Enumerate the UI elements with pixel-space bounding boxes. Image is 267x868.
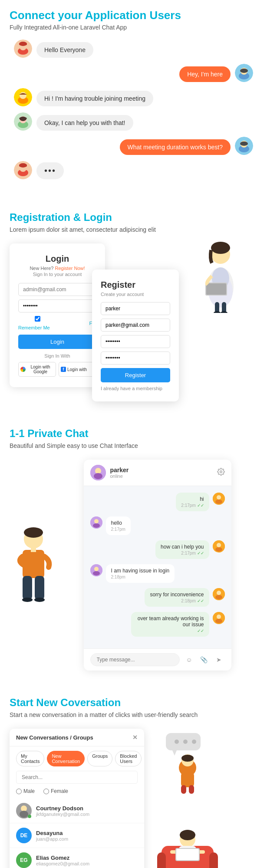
svg-point-54 [217,543,221,547]
new-conversation-section: Start New Coversation Start a new conver… [0,684,267,868]
svg-point-64 [215,619,222,623]
svg-rect-81 [189,785,194,794]
register-button[interactable]: Register [101,368,170,382]
avatar-yellow-lady [14,88,32,106]
email-input[interactable] [18,283,96,296]
tab-my-contacts[interactable]: My Contacts [16,751,44,766]
svg-point-36 [24,527,43,538]
chat-header-status: online [110,473,129,479]
login-new-here: New Here? Register Now! [18,266,96,271]
register-heading: Register [101,280,170,290]
conv-modal-title: New Conversations / Groups [16,734,93,741]
login-card: Login New Here? Register Now! Sign In to… [10,243,105,387]
contact-info-desayuna: Desayuna juan@app.com [36,830,68,842]
avatar-red-hat-2 [14,161,32,179]
tab-blocked-users[interactable]: Blocked Users [115,751,142,766]
password-input[interactable] [18,299,96,312]
remember-label[interactable]: Remember Me [18,316,57,330]
social-buttons: Login with Google f Login with [18,362,96,377]
svg-point-34 [221,311,227,313]
svg-point-41 [34,598,45,602]
remember-checkbox[interactable] [18,316,57,322]
chat-row-4: Okay, I can help you with that! [14,112,253,131]
avatar-red-hat [14,39,32,58]
gender-female-label[interactable]: Female [43,788,68,794]
sign-in-with: Sign In With [18,353,96,358]
contact-avatar-elias: EG [16,852,32,868]
svg-point-11 [20,92,26,99]
svg-rect-90 [176,849,199,860]
chat-row-6: ••• [14,161,253,179]
svg-point-18 [240,141,248,146]
chat-row-1: Hello Everyone [14,39,253,58]
hero-section: Connect your Application Users Fully Int… [0,0,267,198]
tab-new-conversation[interactable]: New Conversation [47,751,85,766]
svg-point-8 [240,69,248,73]
attachment-button[interactable]: 📎 [198,654,210,666]
close-modal-button[interactable]: ✕ [132,734,138,741]
chat-messages: hi 2:17pm ✓✓ hello 2:17pm [84,486,231,648]
hero-title: Connect your Application Users [10,9,257,22]
conv-modal-header: New Conversations / Groups ✕ [10,729,144,746]
svg-point-45 [94,473,102,479]
contact-avatar-desayuna: DE [16,828,32,843]
svg-point-52 [93,523,100,528]
svg-rect-4 [19,43,27,45]
avatar-green-lady [14,112,32,131]
private-chat-title: 1-1 Private Chat [10,427,257,440]
conversation-wrapper: New Conversations / Groups ✕ My Contacts… [10,729,257,868]
svg-point-28 [211,242,230,254]
tab-groups[interactable]: Groups [87,751,112,766]
msg-avatar-right-4 [213,612,225,624]
message-input[interactable] [90,653,180,666]
gender-male-radio[interactable] [16,789,22,794]
svg-rect-39 [35,576,44,600]
reg-confirm-input[interactable] [101,352,170,365]
svg-point-61 [215,595,222,599]
contact-item-desayuna[interactable]: DE Desayuna juan@app.com [10,823,144,848]
emoji-button[interactable]: ☺ [183,654,195,666]
gear-icon[interactable] [217,468,225,477]
google-icon [20,367,26,372]
reg-password-input[interactable] [101,335,170,348]
svg-rect-30 [206,283,226,295]
msg-row-3: how can i help you 2:17pm ✓✓ [90,540,225,559]
facebook-login-button[interactable]: f Login with [59,362,96,377]
svg-point-44 [95,468,101,474]
gender-male-label[interactable]: Male [16,788,35,794]
chat-figure-top [153,729,222,798]
login-button[interactable]: Login [18,335,96,349]
msg-row-1: hi 2:17pm ✓✓ [90,493,225,511]
chat-header-name: parker [110,467,129,473]
bubble-3: Hi ! I'm having trouble joining meeting [36,91,153,106]
reg-name-input[interactable] [101,302,170,315]
registration-section: Registration & Login Lorem ipsum dolor s… [0,198,267,414]
private-chat-section: 1-1 Private Chat Beautiful and Simple ea… [0,414,267,684]
google-login-button[interactable]: Login with Google [18,362,56,377]
send-button[interactable]: ➤ [213,654,225,666]
registration-title: Registration & Login [10,211,257,224]
online-dot-courtney [28,815,31,818]
registration-desc: Lorem ipsum dolor sit amet, consectetur … [10,226,257,233]
chat-demo-area: Hello Everyone Hey, I'm here [10,39,257,179]
conv-tabs: My Contacts New Conversation Groups Bloc… [10,746,144,771]
man-figure [10,522,57,608]
svg-point-73 [183,740,188,744]
svg-point-72 [175,740,179,744]
login-heading: Login [18,254,96,264]
avatar-blue-guy [235,64,253,82]
msg-bubble-4: I am having issue in login 2:18pm [106,564,175,583]
reg-email-input[interactable] [101,319,170,332]
svg-rect-84 [209,852,218,868]
svg-rect-23 [19,164,27,167]
svg-point-60 [217,591,221,595]
msg-bubble-1: hi 2:17pm ✓✓ [176,493,209,511]
contact-item-elias[interactable]: EG Elias Gomez eliasgomez0@gmail.com [10,848,144,868]
contact-item-courtney[interactable]: Courtney Dodson jkfdganuteky@gmail.com [10,799,144,823]
gender-female-radio[interactable] [43,789,49,794]
bubble-typing: ••• [36,162,64,179]
conv-search-input[interactable] [16,771,138,784]
register-now-link[interactable]: Register Now! [55,266,85,271]
msg-bubble-5: sorry for inconvenience 2:18pm ✓✓ [145,588,209,607]
chat-header: parker online [84,460,231,486]
